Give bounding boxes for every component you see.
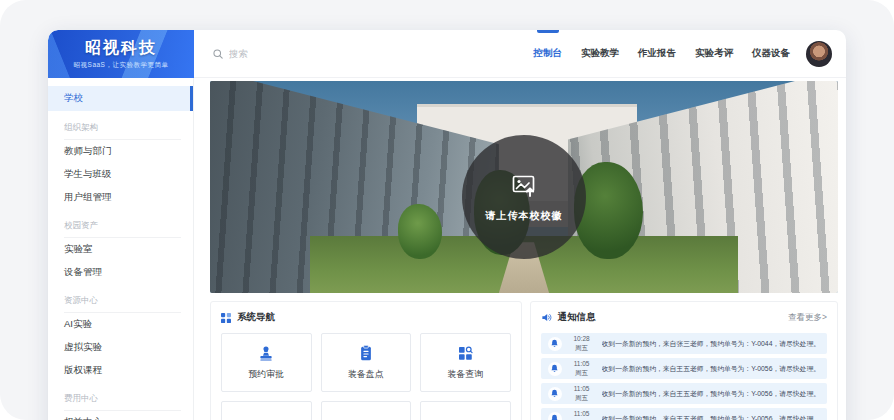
sidebar-item-licensed-courses[interactable]: 版权课程	[48, 359, 193, 382]
view-more-link[interactable]: 查看更多>	[788, 312, 827, 324]
notifications-title: 通知信息	[558, 311, 596, 324]
nav-card-partial[interactable]	[420, 401, 511, 420]
clipboard-icon	[357, 344, 375, 362]
notification-text: 收到一条新的预约，来自王五老师，预约单号为：Y-0056，请尽快处理。	[602, 389, 820, 399]
sidebar-group-title: 校园资产	[64, 220, 181, 238]
tab-experiment-teaching[interactable]: 实验教学	[581, 30, 619, 77]
nav-card-equipment-search[interactable]: 装备查询	[420, 333, 511, 392]
sidebar-item-school[interactable]: 学校	[48, 86, 193, 111]
courtyard-tree	[398, 204, 442, 259]
nav-card-label: 装备查询	[447, 368, 483, 381]
notification-time: 11:05周五	[569, 385, 595, 401]
brand-name: 昭视科技	[85, 38, 157, 59]
system-nav-header: 系统导航	[221, 311, 511, 324]
search-input[interactable]	[229, 48, 339, 59]
image-upload-icon	[510, 172, 538, 200]
upload-prompt-label: 请上传本校校徽	[486, 209, 563, 223]
notification-text: 收到一条新的预约，来自王五老师，预约单号为：Y-0056，请尽快处理。	[602, 364, 820, 374]
nav-card-label: 装备盘点	[348, 368, 384, 381]
brand-logo[interactable]: 昭视科技 昭视SaaS，让实验教学更简单	[48, 30, 194, 78]
tab-console[interactable]: 控制台	[534, 30, 563, 77]
school-banner-photo: 请上传本校校徽	[210, 81, 838, 293]
nav-card-reservation-approval[interactable]: 预约审批	[221, 333, 312, 392]
main-content: 请上传本校校徽 系统导航	[194, 78, 846, 420]
bell-icon	[548, 412, 562, 420]
upload-school-badge-button[interactable]: 请上传本校校徽	[462, 135, 586, 259]
notification-time: 10:28周五	[569, 335, 595, 351]
sidebar-group-title: 组织架构	[64, 122, 181, 140]
speaker-icon	[541, 312, 552, 323]
nav-card-partial[interactable]	[221, 401, 312, 420]
sidebar-group-org: 组织架构 教师与部门 学生与班级 用户组管理	[48, 122, 193, 209]
tab-instrument-equipment[interactable]: 仪器设备	[752, 30, 790, 77]
sidebar-group-assets: 校园资产 实验室 设备管理	[48, 220, 193, 284]
notification-time: 11:05周五	[569, 410, 595, 420]
sidebar-group-title: 资源中心	[64, 295, 181, 313]
bottom-panels: 系统导航 预约审批	[210, 301, 838, 420]
notification-text: 收到一条新的预约，来自王五老师，预约单号为：Y-0056，请尽快处理。	[602, 414, 820, 420]
app-window: 昭视科技 昭视SaaS，让实验教学更简单 学校 组织架构 教师与部门 学生与班级…	[48, 30, 846, 420]
brand-tagline: 昭视SaaS，让实验教学更简单	[74, 61, 169, 70]
sidebar-item-device-management[interactable]: 设备管理	[48, 261, 193, 284]
grid-search-icon	[456, 344, 474, 362]
bell-icon	[548, 362, 562, 376]
tab-homework-report[interactable]: 作业报告	[638, 30, 676, 77]
sidebar-item-ai-experiment[interactable]: AI实验	[48, 313, 193, 336]
page-backdrop: 昭视科技 昭视SaaS，让实验教学更简单 学校 组织架构 教师与部门 学生与班级…	[0, 0, 894, 420]
sidebar-item-user-groups[interactable]: 用户组管理	[48, 186, 193, 209]
sidebar: 学校 组织架构 教师与部门 学生与班级 用户组管理 校园资产 实验室 设备管理 …	[48, 78, 194, 420]
nav-card-equipment-inventory[interactable]: 装备盘点	[321, 333, 412, 392]
notification-text: 收到一条新的预约，来自张三老师，预约单号为：Y-0044，请尽快处理。	[602, 339, 820, 349]
search-icon	[212, 48, 224, 60]
system-nav-tiles: 预约审批 装备盘点	[221, 333, 511, 420]
nav-card-label: 预约审批	[248, 368, 284, 381]
system-nav-title: 系统导航	[237, 311, 275, 324]
top-navigation: 控制台 实验教学 作业报告 实验考评 仪器设备	[534, 30, 791, 77]
sidebar-item-benefits-center[interactable]: 权益中心	[48, 411, 193, 420]
user-avatar[interactable]	[806, 41, 832, 67]
sidebar-item-laboratory[interactable]: 实验室	[48, 238, 193, 261]
sidebar-item-teachers-departments[interactable]: 教师与部门	[48, 140, 193, 163]
notifications-panel: 通知信息 查看更多> 10:28周五 收到一条新的预约，来自张三老师，预约单号为…	[530, 301, 838, 420]
notification-row[interactable]: 11:05周五 收到一条新的预约，来自王五老师，预约单号为：Y-0056，请尽快…	[541, 383, 827, 404]
tab-experiment-assessment[interactable]: 实验考评	[695, 30, 733, 77]
sidebar-item-students-classes[interactable]: 学生与班级	[48, 163, 193, 186]
bell-icon	[548, 337, 562, 351]
notification-time: 11:05周五	[569, 360, 595, 376]
notifications-header: 通知信息 查看更多>	[541, 311, 827, 324]
sidebar-group-billing: 费用中心 权益中心 账户管理 发票管理	[48, 393, 193, 420]
bell-icon	[548, 387, 562, 401]
top-header: 控制台 实验教学 作业报告 实验考评 仪器设备	[194, 30, 846, 78]
nav-card-partial[interactable]	[321, 401, 412, 420]
sidebar-item-virtual-experiment[interactable]: 虚拟实验	[48, 336, 193, 359]
system-nav-panel: 系统导航 预约审批	[210, 301, 522, 420]
grid-icon	[221, 313, 231, 323]
sidebar-group-resources: 资源中心 AI实验 虚拟实验 版权课程	[48, 295, 193, 382]
notification-row[interactable]: 11:05周五 收到一条新的预约，来自王五老师，预约单号为：Y-0056，请尽快…	[541, 358, 827, 379]
sidebar-group-title: 费用中心	[64, 393, 181, 411]
notification-row[interactable]: 11:05周五 收到一条新的预约，来自王五老师，预约单号为：Y-0056，请尽快…	[541, 408, 827, 420]
notification-row[interactable]: 10:28周五 收到一条新的预约，来自张三老师，预约单号为：Y-0044，请尽快…	[541, 333, 827, 354]
search-bar[interactable]	[212, 48, 339, 60]
stamp-icon	[257, 344, 275, 362]
